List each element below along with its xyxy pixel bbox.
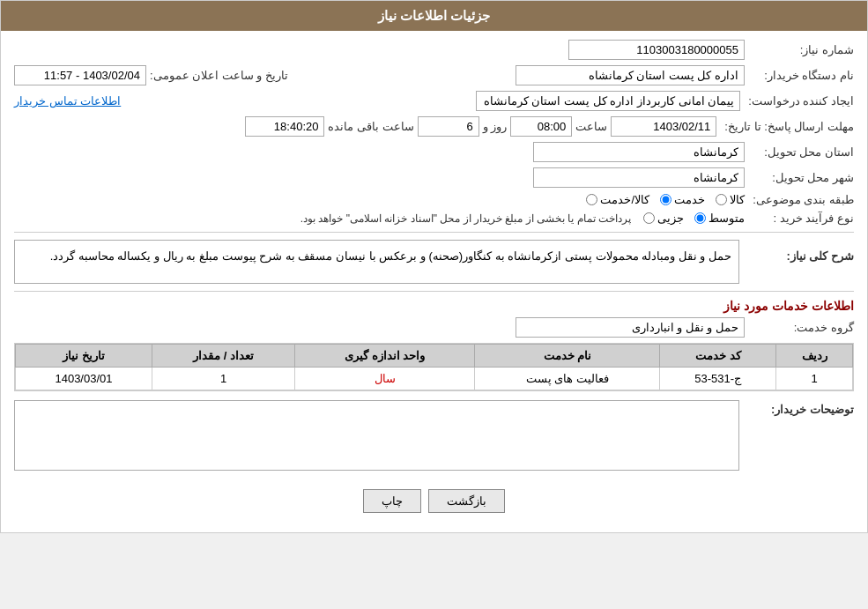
ostan-row: استان محل تحویل:	[14, 142, 854, 162]
tabaqe-khedmat-item[interactable]: خدمت	[660, 193, 705, 206]
ijad-konande-label: ایجاد کننده درخواست:	[744, 94, 854, 108]
tabaqe-khedmat-label: خدمت	[674, 193, 705, 206]
nooe-farayand-row: نوع فرآیند خرید : متوسط جزیی پرداخت تمام…	[14, 212, 854, 225]
tabaqe-kala-khedmat-radio[interactable]	[586, 194, 597, 205]
tosif-kharidar-label: توضیحات خریدار:	[739, 400, 854, 416]
shomara-input[interactable]	[568, 40, 745, 60]
khadamat-section-title: اطلاعات خدمات مورد نیاز	[14, 299, 854, 313]
nooe-farayand-radio-group: متوسط جزیی	[643, 212, 745, 225]
shahr-label: شهر محل تحویل:	[748, 171, 854, 184]
cell-tedad: 1	[152, 368, 294, 390]
page-title: جزئیات اطلاعات نیاز	[378, 8, 490, 23]
tosif-kharidar-content	[14, 400, 739, 473]
nam-dastgah-input[interactable]	[516, 65, 745, 85]
print-button[interactable]: چاپ	[363, 489, 421, 513]
col-kod: کد خدمت	[660, 345, 776, 368]
services-table-body: 1 ج-531-53 فعالیت های پست سال 1 1403/03/…	[16, 368, 853, 390]
nooe-farayand-label: نوع فرآیند خرید :	[748, 212, 854, 225]
col-radif: ردیف	[776, 345, 853, 368]
farayand-jozi-item[interactable]: جزیی	[643, 212, 684, 225]
dastgah-tarikh-row: نام دستگاه خریدار: تاریخ و ساعت اعلان عم…	[14, 65, 854, 85]
content-area: شماره نیاز: نام دستگاه خریدار: تاریخ و س…	[1, 31, 867, 532]
ostan-label: استان محل تحویل:	[748, 145, 854, 159]
farayand-motevaset-radio[interactable]	[694, 212, 706, 224]
tosif-kharidar-row: توضیحات خریدار:	[14, 400, 854, 473]
sharh-koli-content: حمل و نقل ومبادله محمولات پستی ازکرمانشا…	[14, 240, 739, 284]
tarikh-input[interactable]	[14, 65, 146, 85]
tarikh-label: تاریخ و ساعت اعلان عمومی:	[150, 69, 288, 82]
col-vahed: واحد اندازه گیری	[295, 345, 475, 368]
cell-tarikh: 1403/03/01	[16, 368, 152, 390]
tosif-kharidar-textarea[interactable]	[14, 400, 739, 471]
cell-vahed: سال	[295, 368, 475, 390]
sharh-koli-text: حمل و نقل ومبادله محمولات پستی ازکرمانشا…	[50, 249, 731, 263]
divider-2	[14, 291, 854, 292]
shomara-row: شماره نیاز:	[14, 40, 854, 60]
back-button[interactable]: بازگشت	[428, 489, 505, 513]
farayand-jozi-radio[interactable]	[643, 212, 655, 224]
button-row: بازگشت چاپ	[14, 479, 854, 524]
mohlat-roz-label: روز و	[483, 120, 508, 133]
table-header-row: ردیف کد خدمت نام خدمت واحد اندازه گیری ت…	[16, 345, 853, 368]
cell-kod: ج-531-53	[660, 368, 776, 390]
gorohe-khedmat-row: گروه خدمت:	[14, 317, 854, 338]
farayand-motevaset-label: متوسط	[708, 212, 745, 225]
ijad-konande-input[interactable]	[476, 91, 740, 111]
shahr-row: شهر محل تحویل:	[14, 167, 854, 188]
mohlat-label: مهلت ارسال پاسخ: تا تاریخ:	[720, 120, 854, 133]
tabaqe-khedmat-radio[interactable]	[660, 194, 671, 205]
mohlat-row: مهلت ارسال پاسخ: تا تاریخ: ساعت روز و سا…	[14, 116, 854, 137]
farayand-jozi-label: جزیی	[657, 212, 684, 225]
tabaqe-radio-group: کالا خدمت کالا/خدمت	[586, 193, 745, 206]
nam-dastgah-label: نام دستگاه خریدار:	[748, 69, 854, 82]
tabaqe-kala-item[interactable]: کالا	[716, 193, 745, 206]
sharh-koli-label: شرح کلی نیاز:	[739, 247, 854, 263]
page-header: جزئیات اطلاعات نیاز	[1, 1, 867, 31]
mohlat-date-input[interactable]	[611, 116, 716, 137]
col-nam: نام خدمت	[475, 345, 660, 368]
cell-nam: فعالیت های پست	[475, 368, 660, 390]
col-tarikh: تاریخ نیاز	[16, 345, 152, 368]
tabaqe-kala-label: کالا	[730, 193, 745, 206]
tabaqe-label: طبقه بندی موضوعی:	[748, 193, 854, 206]
ijad-konande-row: ایجاد کننده درخواست: اطلاعات تماس خریدار	[14, 91, 854, 111]
nooe-farayand-note: پرداخت تمام یا بخشی از مبلغ خریدار از مح…	[300, 212, 631, 225]
etelasat-tamas-link[interactable]: اطلاعات تماس خریدار	[14, 94, 121, 108]
sharh-koli-box: حمل و نقل ومبادله محمولات پستی ازکرمانشا…	[14, 240, 739, 284]
table-row: 1 ج-531-53 فعالیت های پست سال 1 1403/03/…	[16, 368, 853, 390]
shahr-input[interactable]	[533, 167, 745, 188]
mohlat-roz-input[interactable]	[418, 116, 479, 137]
farayand-motevaset-item[interactable]: متوسط	[694, 212, 745, 225]
tabaqe-kala-khedmat-item[interactable]: کالا/خدمت	[586, 193, 649, 206]
mohlat-saat-mande-label: ساعت باقی مانده	[328, 120, 413, 133]
mohlat-saat-label: ساعت	[575, 120, 607, 133]
gorohe-khedmat-input[interactable]	[516, 317, 745, 338]
cell-radif: 1	[776, 368, 853, 390]
tabaqe-kala-radio[interactable]	[716, 194, 727, 205]
sharh-koli-row: شرح کلی نیاز: حمل و نقل ومبادله محمولات …	[14, 240, 854, 284]
mohlat-saat-mande-input[interactable]	[245, 116, 324, 137]
shomara-label: شماره نیاز:	[748, 43, 854, 56]
page-wrapper: جزئیات اطلاعات نیاز شماره نیاز: نام دستگ…	[0, 0, 868, 533]
ostan-input[interactable]	[533, 142, 745, 162]
col-tedad: تعداد / مقدار	[152, 345, 294, 368]
gorohe-khedmat-label: گروه خدمت:	[748, 321, 854, 334]
services-table: ردیف کد خدمت نام خدمت واحد اندازه گیری ت…	[15, 344, 853, 390]
mohlat-saat-input[interactable]	[510, 116, 572, 137]
services-table-container: ردیف کد خدمت نام خدمت واحد اندازه گیری ت…	[14, 343, 854, 391]
divider-1	[14, 232, 854, 233]
tabaqe-kala-khedmat-label: کالا/خدمت	[600, 193, 649, 206]
tabaqe-row: طبقه بندی موضوعی: کالا خدمت کالا/خدمت	[14, 193, 854, 206]
